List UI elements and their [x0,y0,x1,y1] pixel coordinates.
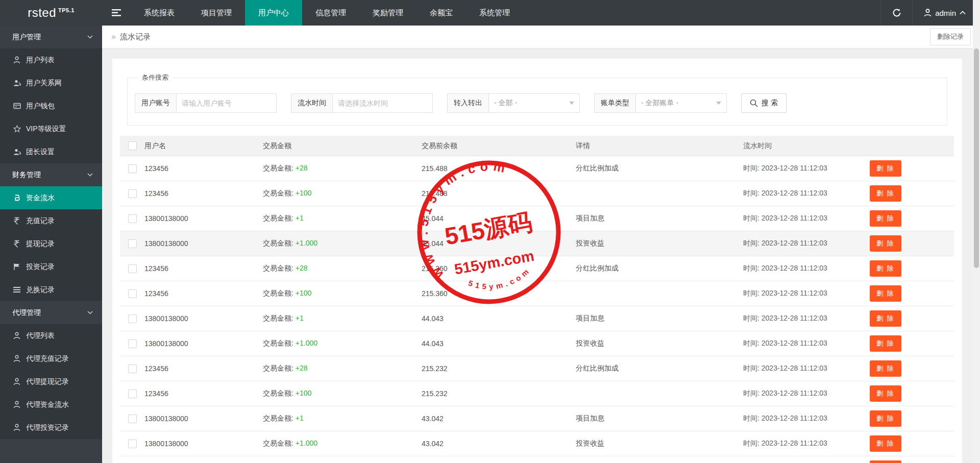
user-icon [13,56,21,64]
table-header-row: 用户名交易金额交易前余额详情流水时间 [120,136,954,156]
row-checkbox[interactable] [128,239,137,248]
admin-menu[interactable]: admin [912,0,980,26]
sidebar-next-group[interactable] [0,439,102,463]
sidebar-item-用户关系网[interactable]: 用户关系网 [0,71,102,94]
rupee-icon [13,240,21,248]
row-checkbox-cell [120,214,144,223]
row-checkbox[interactable] [128,314,137,323]
row-checkbox[interactable] [128,189,137,198]
search-button[interactable]: 搜 索 [741,93,787,113]
scrollbar-thumb[interactable] [974,48,979,268]
row-checkbox-cell [120,164,144,173]
refresh-button[interactable] [880,0,912,26]
nav-item-项目管理[interactable]: 项目管理 [188,0,245,26]
cell-action: 删 除 [870,335,954,352]
cell-time: 时间: 2023-12-28 11:12:03 [743,414,870,423]
sidebar-item-用户钱包[interactable]: 用户钱包 [0,94,102,117]
amount-value: +100 [296,289,312,297]
delete-button[interactable]: 删 除 [870,460,901,463]
sidebar-group-用户管理[interactable]: 用户管理 [0,26,102,48]
delete-button[interactable]: 删 除 [870,360,901,377]
wallet-icon [13,103,21,109]
sidebar-item-充值记录[interactable]: 充值记录 [0,209,102,232]
search-button-label: 搜 索 [762,99,778,108]
delete-button[interactable]: 删 除 [870,235,901,252]
page-scrollbar [973,0,980,463]
nav-item-用户中心[interactable]: 用户中心 [245,0,302,26]
row-checkbox[interactable] [128,364,137,373]
nav-item-信息管理[interactable]: 信息管理 [302,0,359,26]
row-checkbox[interactable] [128,415,137,423]
search-panel-title: 条件搜索 [138,73,173,82]
input-流水时间[interactable] [333,93,433,113]
cell-username: 13800138000 [144,415,263,423]
amount-value: +1.000 [296,239,317,247]
chevron-up-icon [960,11,966,15]
sidebar-item-用户列表[interactable]: 用户列表 [0,48,102,71]
table-body: 123456交易金额: +28215.488分红比例加成时间: 2023-12-… [120,156,954,463]
row-checkbox[interactable] [128,440,137,448]
app-logo: rsted TP5.1 [0,0,102,26]
delete-button[interactable]: 删 除 [870,185,901,202]
delete-button[interactable]: 删 除 [870,210,901,227]
row-checkbox[interactable] [128,389,137,398]
row-checkbox[interactable] [128,214,137,223]
row-checkbox[interactable] [128,264,137,273]
sidebar-item-label: 团长设置 [26,148,55,157]
cell-balance-before: 215.232 [422,389,576,398]
sidebar-item-投资记录[interactable]: 投资记录 [0,255,102,278]
sidebar-item-代理资金流水[interactable]: 代理资金流水 [0,393,102,416]
cell-detail: 投资收益 [576,239,743,248]
records-table: 用户名交易金额交易前余额详情流水时间 123456交易金额: +28215.48… [120,136,954,463]
row-checkbox[interactable] [128,164,137,173]
select-转入转出[interactable]: - 全部 - [489,93,580,113]
column-header-流水时间: 流水时间 [743,141,870,151]
sidebar-item-代理列表[interactable]: 代理列表 [0,324,102,347]
select-all-checkbox[interactable] [128,141,137,150]
nav-item-系统报表[interactable]: 系统报表 [131,0,188,26]
input-用户账号[interactable] [177,93,277,113]
cell-username: 13800138000 [144,214,263,223]
sidebar-item-兑换记录[interactable]: 兑换记录 [0,278,102,301]
users-icon [13,148,21,156]
sidebar-item-label: 代理充值记录 [26,354,69,363]
delete-button[interactable]: 删 除 [870,260,901,277]
table-row: 13800138000交易金额: +1.00044.043投资收益时间: 202… [120,331,954,356]
sidebar-item-代理提现记录[interactable]: 代理提现记录 [0,370,102,393]
row-checkbox-cell [120,239,144,248]
cell-amount: 交易金额: +100 [263,389,422,398]
delete-button[interactable]: 删 除 [870,335,901,352]
sidebar-item-代理投资记录[interactable]: 代理投资记录 [0,416,102,439]
sidebar-item-提现记录[interactable]: 提现记录 [0,232,102,255]
delete-button[interactable]: 删 除 [870,310,901,327]
search-field-label: 账单类型 [594,93,636,113]
sidebar-item-代理充值记录[interactable]: 代理充值记录 [0,347,102,370]
nav-item-奖励管理[interactable]: 奖励管理 [359,0,416,26]
sidebar-item-VIP等级设置[interactable]: VIP等级设置 [0,117,102,140]
sidebar-item-label: 资金流水 [26,193,55,203]
cell-time: 时间: 2023-12-28 11:12:03 [743,239,870,248]
row-checkbox[interactable] [128,289,137,298]
cell-detail: 项目加息 [576,414,743,423]
menu-toggle-button[interactable] [102,0,131,26]
cell-balance-before: 43.042 [422,415,576,423]
delete-button[interactable]: 删 除 [870,160,901,177]
select-账单类型[interactable]: - 全部账单 - [636,93,727,113]
nav-item-余额宝[interactable]: 余额宝 [416,0,466,26]
delete-button[interactable]: 删 除 [870,410,901,427]
delete-button[interactable]: 删 除 [870,385,901,402]
delete-button[interactable]: 删 除 [870,435,901,452]
cell-username: 123456 [144,364,263,373]
row-checkbox[interactable] [128,339,137,348]
delete-button[interactable]: 删 除 [870,285,901,302]
sidebar-group-代理管理[interactable]: 代理管理 [0,301,102,324]
sidebar-item-团长设置[interactable]: 团长设置 [0,140,102,163]
search-row: 用户账号流水时间转入转出- 全部 -账单类型- 全部账单 - 搜 索 [135,93,940,113]
select-value: - 全部 - [494,99,517,108]
cell-balance-before: 215.488 [422,164,576,173]
sidebar-group-财务管理[interactable]: 财务管理 [0,163,102,186]
table-row: 123456交易金额: +100215.488时间: 2023-12-28 11… [120,181,954,206]
sidebar-item-资金流水[interactable]: 资金流水 [0,186,102,209]
nav-item-系统管理[interactable]: 系统管理 [466,0,523,26]
delete-records-button[interactable]: 删除记录 [930,28,971,45]
